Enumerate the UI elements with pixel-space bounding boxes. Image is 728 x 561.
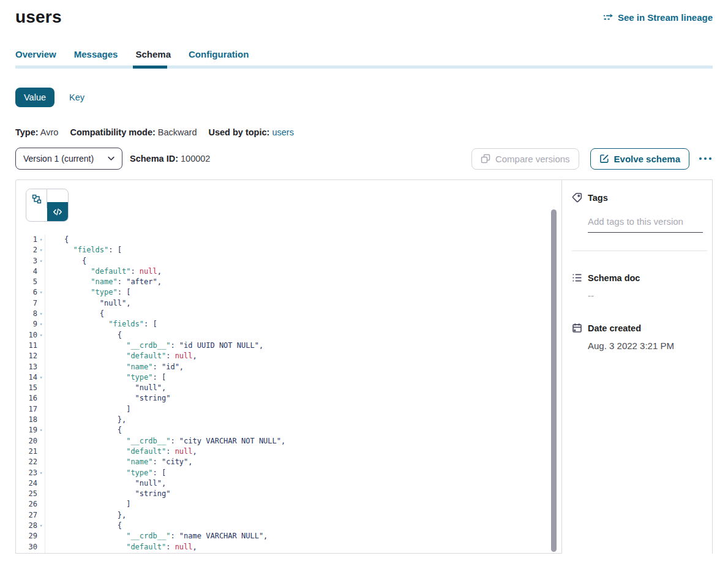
used-by-topic-field: Used by topic: users: [208, 127, 293, 137]
code-line: 11 "__crdb__": "id UUID NOT NULL",: [16, 341, 561, 351]
schema-content: 1▾{2▾ "fields": [3▾ {4 "default": null,5…: [15, 179, 713, 554]
code-text: ]: [45, 499, 130, 510]
fold-arrow-icon[interactable]: ▾: [37, 256, 45, 266]
used-by-topic-label: Used by topic:: [208, 127, 269, 137]
line-number: 7: [16, 298, 37, 309]
code-text: "string": [45, 393, 170, 404]
code-line: 19▾ {: [16, 425, 561, 435]
tab-configuration[interactable]: Configuration: [189, 49, 249, 60]
version-select[interactable]: Version 1 (current): [15, 148, 122, 170]
code-text: "default": null,: [45, 266, 162, 277]
more-options-icon[interactable]: [698, 154, 713, 164]
line-number: 12: [16, 351, 37, 361]
code-line: 8▾ {: [16, 309, 561, 319]
compare-versions-icon: [481, 154, 490, 164]
scrollbar-thumb[interactable]: [551, 209, 557, 552]
fold-spacer: [37, 351, 45, 361]
fold-arrow-icon[interactable]: ▾: [37, 287, 45, 298]
evolve-schema-label: Evolve schema: [614, 154, 680, 164]
code-line: 21 "default": null,: [16, 446, 561, 457]
fold-arrow-icon[interactable]: ▾: [37, 309, 45, 319]
schema-id-field: Schema ID: 100002: [130, 154, 210, 164]
schema-id-label: Schema ID:: [130, 154, 178, 164]
code-line: 10▾ {: [16, 330, 561, 341]
fold-arrow-icon[interactable]: ▾: [37, 245, 45, 255]
schema-doc-title: Schema doc: [588, 273, 640, 283]
code-text: {: [45, 425, 122, 435]
line-number: 8: [16, 309, 37, 319]
fold-spacer: [37, 457, 45, 467]
date-created-title: Date created: [588, 323, 641, 333]
evolve-schema-button[interactable]: Evolve schema: [590, 148, 689, 170]
code-line: 30 "default": null,: [16, 542, 561, 552]
code-text: "name": "id",: [45, 362, 184, 372]
code-text: },: [45, 415, 126, 425]
tab-messages[interactable]: Messages: [74, 49, 118, 60]
code-text: "type": [: [45, 287, 130, 298]
fold-arrow-icon[interactable]: ▾: [37, 319, 45, 329]
schema-meta-row: Type: Avro Compatibility mode: Backward …: [15, 127, 713, 137]
code-text: "name": "after",: [45, 277, 162, 287]
line-number: 1: [16, 235, 37, 245]
code-line: 22 "name": "city",: [16, 457, 561, 467]
fold-spacer: [37, 266, 45, 277]
code-view-button[interactable]: [47, 202, 68, 221]
fold-spacer: [37, 478, 45, 489]
tab-underline-track: [15, 66, 713, 69]
tree-view-button[interactable]: [26, 189, 47, 208]
tab-schema[interactable]: Schema: [135, 49, 171, 60]
fold-spacer: [37, 436, 45, 446]
code-text: "name": "name",: [45, 552, 193, 554]
code-text: ]: [45, 404, 130, 415]
code-line: 16 "string": [16, 393, 561, 404]
version-toolbar: Version 1 (current) Schema ID: 100002 Co…: [15, 148, 713, 170]
tab-overview[interactable]: Overview: [15, 49, 56, 60]
fold-arrow-icon[interactable]: ▾: [37, 330, 45, 341]
fold-spacer: [37, 404, 45, 415]
compatibility-field: Compatibility mode: Backward: [70, 127, 197, 137]
topic-link[interactable]: users: [272, 127, 293, 137]
tags-title: Tags: [588, 193, 608, 203]
line-number: 15: [16, 383, 37, 393]
stream-lineage-icon: [603, 12, 614, 23]
line-number: 28: [16, 521, 37, 531]
fold-arrow-icon[interactable]: ▾: [37, 468, 45, 478]
fold-arrow-icon[interactable]: ▾: [37, 521, 45, 531]
code-line: 13 "name": "id",: [16, 362, 561, 372]
code-line: 6▾ "type": [: [16, 287, 561, 298]
line-number: 22: [16, 457, 37, 467]
line-number: 3: [16, 256, 37, 266]
code-line: 5 "name": "after",: [16, 277, 561, 287]
page: users See in Stream lineage Overview Mes…: [0, 0, 728, 561]
code-line: 3▾ {: [16, 256, 561, 266]
code-line: 28▾ {: [16, 521, 561, 531]
key-toggle-button[interactable]: Key: [69, 92, 84, 102]
line-number: 25: [16, 489, 37, 499]
line-number: 5: [16, 277, 37, 287]
fold-spacer: [37, 415, 45, 425]
date-created-icon: [572, 323, 582, 333]
version-select-value: Version 1 (current): [23, 154, 94, 164]
value-toggle-button[interactable]: Value: [15, 88, 54, 107]
compare-versions-label: Compare versions: [495, 154, 570, 164]
compare-versions-button[interactable]: Compare versions: [471, 148, 579, 170]
line-number: 24: [16, 478, 37, 489]
type-value: Avro: [40, 127, 59, 137]
schema-doc-value: --: [588, 290, 702, 301]
code-text: "string": [45, 489, 170, 499]
schema-doc-section-header: Schema doc: [572, 273, 702, 283]
code-line: 17 ]: [16, 404, 561, 415]
see-in-stream-lineage-link[interactable]: See in Stream lineage: [603, 12, 713, 23]
fold-arrow-icon[interactable]: ▾: [37, 425, 45, 435]
code-line: 20 "__crdb__": "city VARCHAR NOT NULL",: [16, 436, 561, 446]
fold-arrow-icon[interactable]: ▾: [37, 372, 45, 383]
evolve-schema-icon: [599, 154, 609, 164]
compatibility-value: Backward: [158, 127, 197, 137]
line-number: 26: [16, 499, 37, 510]
tags-input[interactable]: [588, 216, 703, 233]
line-number: 16: [16, 393, 37, 404]
fold-spacer: [37, 510, 45, 521]
line-number: 9: [16, 319, 37, 329]
line-number: 29: [16, 531, 37, 541]
fold-arrow-icon[interactable]: ▾: [37, 235, 45, 245]
